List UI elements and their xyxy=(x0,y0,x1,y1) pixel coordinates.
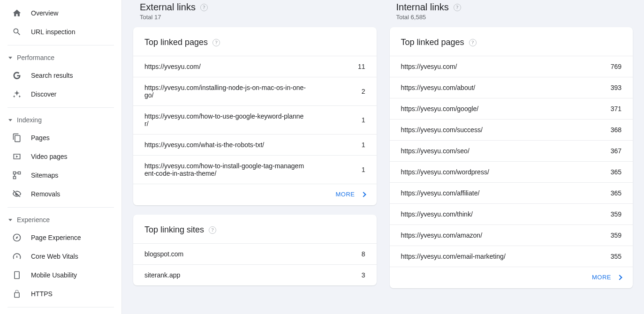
sidebar-item-pages[interactable]: Pages xyxy=(0,128,121,147)
row-count: 8 xyxy=(362,250,365,258)
sidebar-nav: Overview URL inspection Performance Sear… xyxy=(0,0,122,314)
row-count: 368 xyxy=(611,126,621,134)
more-button[interactable]: MORE xyxy=(336,191,365,198)
sitemap-icon xyxy=(12,171,22,180)
external-section-header: External links Total 17 xyxy=(133,2,377,21)
internal-links-column: Internal links Total 6,585 Top linked pa… xyxy=(390,2,633,303)
row-url: https://yvesyu.com/think/ xyxy=(401,210,480,218)
compass-icon xyxy=(12,233,22,242)
row-url: https://yvesyu.com/amazon/ xyxy=(401,232,490,239)
card-title: Top linked pages xyxy=(144,37,208,47)
table-row[interactable]: https://yvesyu.com/amazon/ 359 xyxy=(390,224,633,246)
card-footer: MORE xyxy=(390,267,633,288)
row-count: 371 xyxy=(611,105,621,112)
table-row[interactable]: https://yvesyu.com/success/ 368 xyxy=(390,119,633,140)
nav-header-label: Experience xyxy=(17,216,50,224)
row-url: https://yvesyu.com/wordpress/ xyxy=(401,168,497,176)
sidebar-item-label: Search results xyxy=(31,72,73,79)
table-row[interactable]: https://yvesyu.com/think/ 359 xyxy=(390,203,633,224)
sidebar-item-core-web-vitals[interactable]: Core Web Vitals xyxy=(0,247,121,266)
row-url: https://yvesyu.com/ xyxy=(401,63,465,70)
sparkle-icon xyxy=(12,90,22,99)
sidebar-item-overview[interactable]: Overview xyxy=(0,4,121,22)
table-row[interactable]: https://yvesyu.com/affiliate/ 365 xyxy=(390,182,633,203)
sidebar-item-label: Overview xyxy=(31,9,58,17)
table-row[interactable]: https://yvesyu.com/ 769 xyxy=(390,56,633,77)
sidebar-item-label: HTTPS xyxy=(31,290,53,298)
sidebar-item-url-inspection[interactable]: URL inspection xyxy=(0,22,121,41)
help-icon[interactable] xyxy=(469,39,477,46)
table-row[interactable]: siterank.app 3 xyxy=(133,264,377,285)
home-icon xyxy=(12,8,22,18)
row-count: 1 xyxy=(362,116,365,124)
table-row[interactable]: https://yvesyu.com/email-marketing/ 355 xyxy=(390,246,633,267)
chevron-down-icon xyxy=(8,57,12,59)
table-row[interactable]: https://yvesyu.com/what-is-the-robots-tx… xyxy=(133,134,377,155)
card-footer: MORE xyxy=(133,184,377,205)
row-url: https://yvesyu.com/how-to-use-google-key… xyxy=(144,112,313,127)
row-count: 393 xyxy=(611,84,621,91)
nav-header-performance[interactable]: Performance xyxy=(0,49,121,66)
external-top-linking-sites-card: Top linking sites blogspot.com 8 siteran… xyxy=(133,215,377,285)
sidebar-item-discover[interactable]: Discover xyxy=(0,85,121,104)
table-row[interactable]: https://yvesyu.com/how-to-install-google… xyxy=(133,155,377,184)
card-title: Top linking sites xyxy=(144,225,204,235)
sidebar-item-label: Mobile Usability xyxy=(31,271,77,279)
row-count: 11 xyxy=(358,63,365,70)
sidebar-item-search-results[interactable]: Search results xyxy=(0,66,121,85)
card-header: Top linking sites xyxy=(133,215,377,243)
table-row[interactable]: https://yvesyu.com/google/ 371 xyxy=(390,98,633,119)
row-url: https://yvesyu.com/success/ xyxy=(401,126,490,134)
chevron-down-icon xyxy=(8,119,12,121)
table-row[interactable]: blogspot.com 8 xyxy=(133,243,377,264)
sidebar-item-label: Page Experience xyxy=(31,234,81,241)
row-count: 769 xyxy=(611,63,621,70)
more-button[interactable]: MORE xyxy=(592,274,621,281)
sidebar-item-video-pages[interactable]: Video pages xyxy=(0,147,121,166)
row-url: https://yvesyu.com/installing-node-js-on… xyxy=(144,84,313,99)
sidebar-item-page-experience[interactable]: Page Experience xyxy=(0,228,121,247)
row-url: https://yvesyu.com/what-is-the-robots-tx… xyxy=(144,141,272,149)
row-count: 365 xyxy=(611,189,621,197)
row-count: 359 xyxy=(611,210,621,218)
table-row[interactable]: https://yvesyu.com/how-to-use-google-key… xyxy=(133,105,377,134)
chevron-right-icon xyxy=(617,275,622,280)
nav-group-experience: Experience Page Experience Core Web Vita… xyxy=(0,208,121,307)
help-icon[interactable] xyxy=(200,4,208,11)
table-row[interactable]: https://yvesyu.com/installing-node-js-on… xyxy=(133,77,377,105)
nav-header-indexing[interactable]: Indexing xyxy=(0,112,121,128)
row-count: 355 xyxy=(611,253,621,260)
nav-header-experience[interactable]: Experience xyxy=(0,211,121,228)
sidebar-item-sitemaps[interactable]: Sitemaps xyxy=(0,166,121,185)
sidebar-item-label: Pages xyxy=(31,134,50,142)
more-label: MORE xyxy=(336,191,355,198)
speedometer-icon xyxy=(12,252,22,261)
row-count: 359 xyxy=(611,232,621,239)
row-count: 1 xyxy=(362,141,365,149)
chevron-right-icon xyxy=(361,192,366,197)
card-header: Top linked pages xyxy=(390,27,633,56)
row-url: https://yvesyu.com/affiliate/ xyxy=(401,189,487,197)
table-row[interactable]: https://yvesyu.com/seo/ 367 xyxy=(390,140,633,161)
sidebar-item-mobile-usability[interactable]: Mobile Usability xyxy=(0,266,121,284)
internal-total: Total 6,585 xyxy=(396,14,633,21)
row-count: 3 xyxy=(362,271,365,279)
card-title: Top linked pages xyxy=(401,37,464,47)
row-url: siterank.app xyxy=(144,271,188,279)
row-url: blogspot.com xyxy=(144,250,191,258)
app-layout: Overview URL inspection Performance Sear… xyxy=(0,0,644,314)
lock-icon xyxy=(12,289,22,299)
main-content: External links Total 17 Top linked pages… xyxy=(122,0,644,314)
card-header: Top linked pages xyxy=(133,27,377,56)
internal-top-linked-pages-card: Top linked pages https://yvesyu.com/ 769… xyxy=(390,27,633,288)
sidebar-item-removals[interactable]: Removals xyxy=(0,185,121,203)
row-count: 365 xyxy=(611,168,621,176)
help-icon[interactable] xyxy=(212,39,220,46)
table-row[interactable]: https://yvesyu.com/about/ 393 xyxy=(390,77,633,98)
help-icon[interactable] xyxy=(454,4,461,11)
table-row[interactable]: https://yvesyu.com/ 11 xyxy=(133,56,377,77)
help-icon[interactable] xyxy=(209,226,216,234)
sidebar-item-https[interactable]: HTTPS xyxy=(0,284,121,303)
google-g-icon xyxy=(12,71,22,80)
table-row[interactable]: https://yvesyu.com/wordpress/ 365 xyxy=(390,161,633,182)
